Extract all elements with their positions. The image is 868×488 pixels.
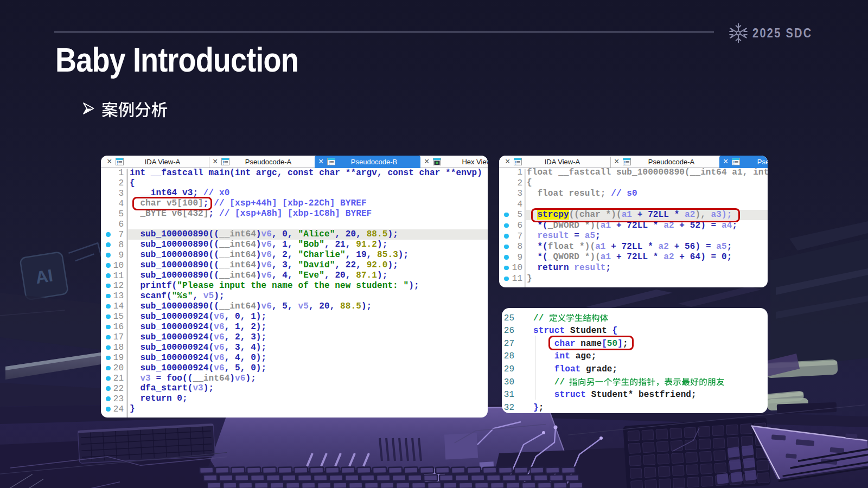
svg-text:AI: AI xyxy=(34,266,54,288)
